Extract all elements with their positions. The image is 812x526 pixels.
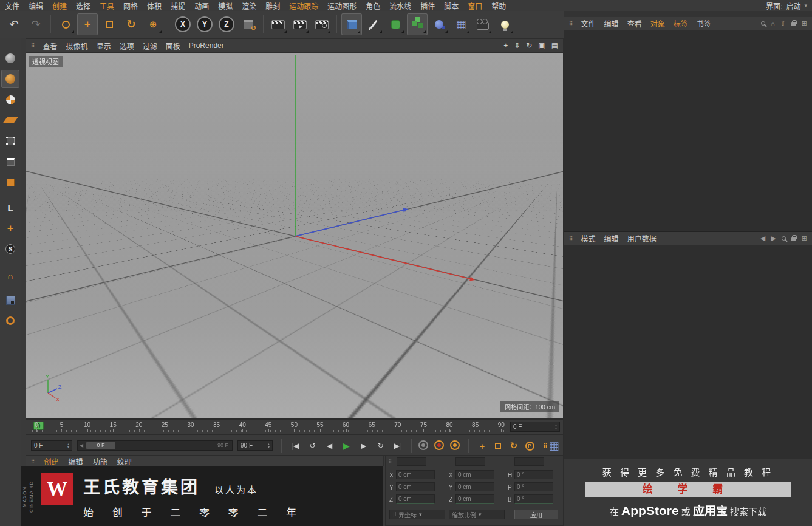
om-menu-tags[interactable]: 标签 <box>674 18 688 29</box>
coords-size-x-field[interactable]: 0 cm <box>455 470 494 479</box>
coords-col1-header[interactable]: -- <box>397 457 426 466</box>
drag-handle-icon[interactable]: ⠿ <box>31 458 35 464</box>
coords-position-y-field[interactable]: 0 cm <box>396 482 435 491</box>
coords-col2-header[interactable]: -- <box>455 457 485 466</box>
coordinate-system-toggle[interactable]: ↺ <box>238 13 259 35</box>
menu-item-select[interactable]: 选择 <box>76 1 90 11</box>
object-manager-list[interactable] <box>564 30 812 232</box>
coords-position-z-field[interactable]: 0 cm <box>396 494 435 504</box>
array-generator-button[interactable] <box>407 13 428 35</box>
workplane-lock-button[interactable] <box>1 291 19 309</box>
om-menu-view[interactable]: 查看 <box>627 18 642 29</box>
start-frame-field[interactable]: 0 F ▴ ▾ <box>31 440 72 451</box>
camera-button[interactable] <box>473 13 493 35</box>
polygons-mode-button[interactable] <box>1 173 19 191</box>
menu-item-volume[interactable]: 体积 <box>147 1 162 11</box>
menu-item-pipeline[interactable]: 流水线 <box>389 1 411 11</box>
menu-item-animate[interactable]: 动画 <box>194 1 209 11</box>
scale-mode-dropdown[interactable]: 缩放比例 ▾ <box>449 510 505 519</box>
next-key-button[interactable]: ↻ <box>372 439 388 453</box>
menu-item-render[interactable]: 渲染 <box>242 1 256 11</box>
range-slider-thumb[interactable]: 0 F <box>86 442 115 449</box>
undo-button[interactable]: ↶ <box>4 13 24 35</box>
panel-add-icon[interactable]: ⊞ <box>802 19 807 27</box>
key-rotation-toggle[interactable]: ↻ <box>507 439 520 453</box>
vp-menu-filter[interactable]: 过滤 <box>143 41 157 51</box>
timeline-ruler[interactable]: 0 0 5 10 15 20 25 30 35 40 45 50 55 60 6… <box>26 419 564 435</box>
apply-button[interactable]: 应用 <box>514 510 558 519</box>
viewport-pan-icon[interactable]: + <box>503 41 508 50</box>
viewport-zoom-icon[interactable]: ⇕ <box>514 41 520 50</box>
previous-key-button[interactable]: ↺ <box>304 439 320 453</box>
current-frame-field[interactable]: 0 F ▴ ▾ <box>510 422 560 432</box>
z-axis-lock-button[interactable]: Z <box>216 13 237 35</box>
viewport-maximize-icon[interactable]: ▣ <box>538 41 545 50</box>
mat-menu-function[interactable]: 功能 <box>93 456 107 466</box>
viewport-orbit-icon[interactable]: ↻ <box>526 41 532 50</box>
model-mode-button[interactable] <box>1 70 19 88</box>
field-button[interactable]: ▦ <box>451 13 471 35</box>
record-button[interactable] <box>418 440 428 450</box>
viewport-canvas[interactable]: Y Z X 透视视图 网格间距：100 cm <box>26 53 564 419</box>
lock-icon[interactable] <box>791 22 796 26</box>
om-menu-file[interactable]: 文件 <box>581 18 596 29</box>
am-menu-edit[interactable]: 编辑 <box>604 233 619 244</box>
last-used-tool[interactable]: ⊕ <box>143 13 163 35</box>
make-editable-button[interactable] <box>1 49 19 67</box>
key-parameter-toggle[interactable]: P <box>523 439 536 453</box>
menu-item-help[interactable]: 帮助 <box>491 1 506 11</box>
home-icon[interactable]: ⌂ <box>771 20 775 27</box>
vp-menu-prorender[interactable]: ProRender <box>189 41 224 50</box>
workplane-mode-button[interactable] <box>1 111 19 129</box>
play-button[interactable]: ▶ <box>338 439 354 453</box>
live-selection-tool[interactable] <box>55 13 76 35</box>
drag-handle-icon[interactable]: ⠿ <box>569 236 573 242</box>
vp-menu-panel[interactable]: 面板 <box>166 41 180 51</box>
coords-col3-header[interactable]: -- <box>514 457 544 466</box>
panel-add-icon[interactable]: ⊞ <box>802 234 807 242</box>
search-icon[interactable] <box>782 236 786 241</box>
lock-icon[interactable] <box>791 237 796 241</box>
coords-size-z-field[interactable]: 0 cm <box>455 494 494 504</box>
am-menu-mode[interactable]: 模式 <box>581 233 596 244</box>
snap-settings-button[interactable]: S <box>1 240 19 258</box>
volume-builder-button[interactable] <box>429 13 449 35</box>
menu-item-snap[interactable]: 捕捉 <box>171 1 185 11</box>
attribute-manager-body[interactable] <box>564 245 812 459</box>
enable-axis-button[interactable]: + <box>1 219 19 237</box>
menu-item-window[interactable]: 窗口 <box>468 1 482 11</box>
end-frame-field[interactable]: 90 F ▴ ▾ <box>237 440 273 451</box>
render-picture-viewer-button[interactable] <box>290 13 310 35</box>
slider-left-arrow-icon[interactable]: ◀ <box>80 442 83 449</box>
menu-item-create[interactable]: 创建 <box>52 1 67 11</box>
spinner-icons[interactable]: ▴ ▾ <box>67 443 69 449</box>
subdivision-surface-button[interactable] <box>385 13 406 35</box>
spinner-icons[interactable]: ▴ ▾ <box>555 424 557 430</box>
menu-item-mesh[interactable]: 网格 <box>123 1 138 11</box>
points-mode-button[interactable] <box>1 132 19 150</box>
up-arrow-icon[interactable]: ⇧ <box>780 19 786 27</box>
coords-rotation-h-field[interactable]: 0 ° <box>514 470 553 479</box>
ring-tool-button[interactable] <box>1 312 19 330</box>
drag-handle-icon[interactable]: ⠿ <box>388 459 392 465</box>
coords-size-y-field[interactable]: 0 cm <box>455 482 494 491</box>
axis-modification-button[interactable]: L <box>1 199 19 217</box>
menu-item-sculpt[interactable]: 雕刻 <box>265 1 280 11</box>
vp-menu-options[interactable]: 选项 <box>120 41 134 51</box>
primitive-cube-button[interactable] <box>341 13 362 35</box>
spline-pen-button[interactable] <box>363 13 384 35</box>
spinner-icons[interactable]: ▴ ▾ <box>268 443 270 449</box>
om-menu-edit[interactable]: 编辑 <box>604 18 619 29</box>
coords-rotation-b-field[interactable]: 0 ° <box>514 494 553 504</box>
am-menu-userdata[interactable]: 用户数据 <box>627 233 657 244</box>
rotate-tool[interactable]: ↻ <box>121 13 142 35</box>
y-axis-lock-button[interactable]: Y <box>194 13 215 35</box>
history-back-icon[interactable]: ◀ <box>760 234 765 242</box>
vp-menu-view[interactable]: 查看 <box>43 41 58 51</box>
vp-menu-display[interactable]: 显示 <box>97 41 111 51</box>
timeline-range-slider[interactable]: ◀ 0 F 90 F <box>77 440 233 451</box>
move-tool[interactable]: + <box>77 13 98 35</box>
vp-menu-cameras[interactable]: 摄像机 <box>66 41 88 51</box>
viewport-menu-icon[interactable]: ▤ <box>551 41 558 50</box>
texture-mode-button[interactable] <box>1 91 19 109</box>
